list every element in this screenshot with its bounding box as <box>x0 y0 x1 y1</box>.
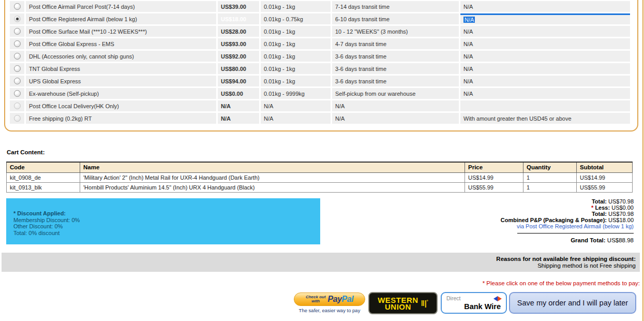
shipping-name: Post Office Airmail Parcel Post(7-14 day… <box>26 1 216 12</box>
shipping-price: US$94.00 <box>218 76 259 86</box>
free-shipping-notice-band: Reasons for not available free shipping … <box>2 253 640 272</box>
save-order-pay-later-button[interactable]: Save my order and I will pay later <box>509 292 636 314</box>
shipping-name: TNT Global Express <box>26 63 216 74</box>
cart-cell: US$55.99 <box>465 182 523 192</box>
shipping-row[interactable]: Post Office Registered Airmail (below 1 … <box>10 13 630 24</box>
western-union-button[interactable]: WESTERN UNION ‖|° <box>368 292 438 314</box>
cart-cell: 'Hornbill Products' Aluminium 14.5" (Inc… <box>80 182 465 192</box>
shipping-row[interactable]: Post Office Airmail Parcel Post(7-14 day… <box>10 1 630 12</box>
shipping-name: Post Office Local Delivery(HK Only) <box>26 100 216 111</box>
shipping-options-table: Post Office Airmail Parcel Post(7-14 day… <box>8 0 632 125</box>
shipping-method-radio[interactable] <box>14 65 21 72</box>
cart-table: CodeNamePriceQuantitySubtotal kit_0908_d… <box>6 162 633 193</box>
order-totals: Total: US$70.98* Less: US$0.00Total: US$… <box>501 198 634 243</box>
shipping-transit: 4-7 days transit time <box>332 38 459 49</box>
shipping-note: N/A <box>460 63 630 74</box>
paypal-checkout-block: Check outwith PayPal The safer, easier w… <box>294 293 365 313</box>
shipping-note: With amount greater then USD45 or above <box>460 113 630 124</box>
shipping-row[interactable]: TNT Global ExpressUS$80.000.01kg - 1kg3-… <box>10 63 630 74</box>
shipping-name: Free shipping (0.2kg) RT <box>26 113 216 124</box>
bank-wire-diamond-icon <box>493 296 502 301</box>
shipping-transit: Self-pickup from our warehouse <box>332 88 459 99</box>
cart-cell: US$14.99 <box>577 172 633 182</box>
bank-wire-direct-label: Direct <box>446 295 460 301</box>
shipping-row[interactable]: Post Office Surface Mail (***10 -12 WEEK… <box>10 26 630 37</box>
totals-lines: Total: US$70.98* Less: US$0.00Total: US$… <box>501 198 634 229</box>
shipping-method-radio[interactable] <box>14 16 21 22</box>
shipping-row[interactable]: Free shipping (0.2kg) RTN/AN/AN/AWith am… <box>10 113 630 124</box>
discount-applied-box: * Discount Applied: Membership Discount:… <box>6 198 320 244</box>
shipping-transit: N/A <box>332 100 459 111</box>
shipping-radio-cell <box>10 100 24 111</box>
shipping-row[interactable]: DHL (Accessories only, cannot ship guns)… <box>10 51 630 62</box>
free-shipping-notice-reason: Shipping method is not Free shipping <box>2 262 636 269</box>
shipping-price: N/A <box>218 113 259 124</box>
cart-column-header: Quantity <box>523 162 577 172</box>
shipping-name: Post Office Surface Mail (***10 -12 WEEK… <box>26 26 216 37</box>
shipping-transit: N/A <box>332 113 459 124</box>
paypal-logo: PayPal <box>328 295 353 304</box>
cart-item-row: kit_0908_de'Military Action' 2" (Inch) M… <box>7 172 633 182</box>
shipping-row[interactable]: Ex-warehouse (Self-pickup)US$0.000.01kg … <box>10 88 630 99</box>
shipping-method-radio[interactable] <box>14 78 21 84</box>
shipping-method-radio[interactable] <box>14 103 21 109</box>
discount-line: Other Discount: 0% <box>13 223 320 230</box>
shipping-method-radio[interactable] <box>14 90 21 97</box>
cart-column-header: Subtotal <box>577 162 633 172</box>
shipping-radio-cell <box>10 63 24 74</box>
cart-cell: kit_0913_blk <box>7 182 80 192</box>
shipping-name: Ex-warehouse (Self-pickup) <box>26 88 216 99</box>
shipping-price: US$0.00 <box>218 88 259 99</box>
discount-lines: Membership Discount: 0%Other Discount: 0… <box>13 217 320 237</box>
shipping-note: N/A <box>460 13 630 24</box>
shipping-method-radio[interactable] <box>14 53 21 60</box>
discount-line: Membership Discount: 0% <box>13 217 320 224</box>
shipping-radio-cell <box>10 13 24 24</box>
shipping-name: Post Office Global Express - EMS <box>26 38 216 49</box>
totals-shipping-method-link[interactable]: via Post Office Registered Airmail (belo… <box>501 223 634 229</box>
shipping-transit: 10 - 12 "WEEKS" (3 months) <box>332 26 459 37</box>
shipping-radio-cell <box>10 88 24 99</box>
shipping-method-radio[interactable] <box>14 3 21 10</box>
shipping-method-radio[interactable] <box>14 28 21 35</box>
shipping-transit: 3-6 days transit time <box>332 51 459 62</box>
shipping-transit: 7-14 days transit time <box>332 1 459 12</box>
shipping-options-panel: Post Office Airmail Parcel Post(7-14 day… <box>4 0 638 132</box>
shipping-name: DHL (Accessories only, cannot ship guns) <box>26 51 216 62</box>
cart-cell: US$55.99 <box>577 182 633 192</box>
shipping-radio-cell <box>10 26 24 37</box>
cart-rows: kit_0908_de'Military Action' 2" (Inch) M… <box>7 172 633 192</box>
cart-cell: US$14.99 <box>465 172 523 182</box>
shipping-transit: 6-10 days transit time <box>332 13 459 24</box>
shipping-rows: Post Office Airmail Parcel Post(7-14 day… <box>10 1 630 124</box>
paypal-checkout-button[interactable]: Check outwith PayPal <box>294 293 365 306</box>
shipping-method-radio[interactable] <box>14 40 21 47</box>
grand-total-label: Grand Total: <box>571 237 606 243</box>
western-union-logo: WESTERN UNION <box>378 297 418 310</box>
shipping-price: US$28.00 <box>218 26 259 37</box>
shipping-radio-cell <box>10 76 24 86</box>
shipping-price: US$93.00 <box>218 38 259 49</box>
grand-total-value: US$88.98 <box>607 237 634 243</box>
shipping-weight: 0.01kg - 1kg <box>261 1 331 12</box>
cart-column-header: Name <box>80 162 465 172</box>
shipping-row[interactable]: Post Office Global Express - EMSUS$93.00… <box>10 38 630 49</box>
shipping-note <box>460 100 630 111</box>
shipping-name: UPS Global Express <box>26 76 216 86</box>
cart-item-row: kit_0913_blk'Hornbill Products' Aluminiu… <box>7 182 633 192</box>
direct-bank-wire-button[interactable]: Direct Bank Wire <box>441 292 507 314</box>
shipping-radio-cell <box>10 38 24 49</box>
grand-total-divider <box>517 233 634 234</box>
shipping-row[interactable]: Post Office Local Delivery(HK Only)N/AN/… <box>10 100 630 111</box>
shipping-weight: N/A <box>261 113 331 124</box>
western-union-mark-icon: ‖|° <box>421 299 428 308</box>
shipping-price: N/A <box>218 100 259 111</box>
shipping-weight: 0.01kg - 1kg <box>261 38 331 49</box>
shipping-price: US$39.00 <box>218 1 259 12</box>
discount-title: * Discount Applied: <box>13 210 320 217</box>
shipping-weight: 0.01kg - 1kg <box>261 51 331 62</box>
shipping-row[interactable]: UPS Global ExpressUS$94.000.01kg - 1kg3-… <box>10 76 630 86</box>
shipping-price: US$18.00 <box>218 13 259 24</box>
shipping-weight: 0.01kg - 1kg <box>261 63 331 74</box>
shipping-method-radio[interactable] <box>14 115 21 122</box>
